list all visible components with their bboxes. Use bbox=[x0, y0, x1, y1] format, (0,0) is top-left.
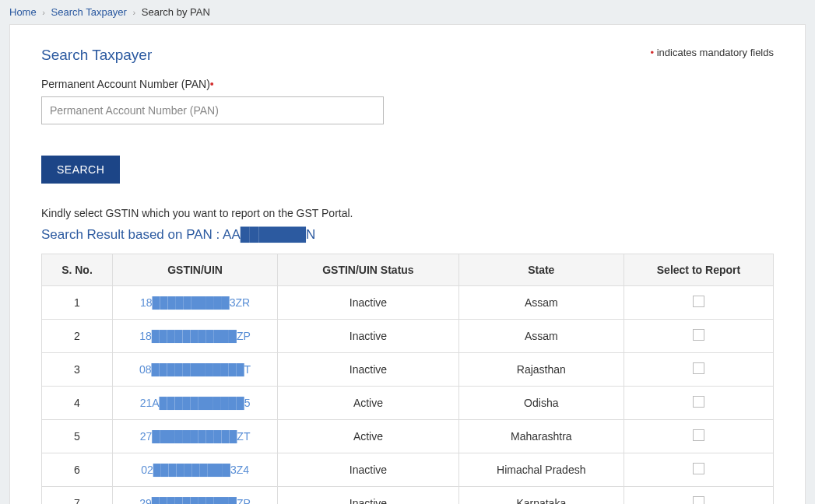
asterisk-icon: • bbox=[651, 47, 655, 58]
search-button[interactable]: SEARCH bbox=[41, 156, 120, 184]
cell-gstin: 02██████████3Z4 bbox=[112, 453, 277, 487]
chevron-right-icon: › bbox=[133, 8, 136, 17]
required-asterisk-icon: • bbox=[210, 78, 214, 90]
column-header-gstin: GSTIN/UIN bbox=[112, 254, 277, 286]
cell-sno: 5 bbox=[42, 420, 113, 453]
cell-gstin: 18██████████3ZR bbox=[112, 286, 277, 320]
table-row: 118██████████3ZRInactiveAssam bbox=[42, 286, 774, 320]
cell-sno: 3 bbox=[42, 353, 113, 387]
cell-gstin: 27███████████ZT bbox=[112, 420, 277, 453]
cell-select bbox=[624, 420, 773, 453]
cell-gstin: 21A███████████5 bbox=[112, 387, 277, 420]
cell-select bbox=[624, 320, 773, 353]
cell-state: Maharashtra bbox=[458, 420, 624, 453]
cell-select bbox=[624, 353, 773, 387]
select-checkbox[interactable] bbox=[693, 329, 704, 341]
cell-sno: 4 bbox=[42, 387, 113, 420]
table-row: 308████████████TInactiveRajasthan bbox=[42, 353, 774, 387]
cell-status: Active bbox=[278, 387, 458, 420]
cell-sno: 2 bbox=[42, 320, 113, 353]
select-checkbox[interactable] bbox=[693, 362, 704, 374]
table-row: 527███████████ZTActiveMaharashtra bbox=[42, 420, 774, 453]
page-title: Search Taxpayer bbox=[41, 47, 152, 64]
cell-select bbox=[624, 453, 773, 487]
cell-gstin: 08████████████T bbox=[112, 353, 277, 387]
cell-state: Rajasthan bbox=[458, 353, 624, 387]
result-heading-pan: AA███████N bbox=[223, 227, 315, 242]
breadcrumb: Home › Search Taxpayer › Search by PAN bbox=[0, 0, 815, 24]
cell-sno: 6 bbox=[42, 453, 113, 487]
cell-state: Assam bbox=[458, 320, 624, 353]
select-checkbox[interactable] bbox=[693, 396, 704, 408]
cell-status: Inactive bbox=[278, 453, 458, 487]
cell-status: Inactive bbox=[278, 487, 458, 505]
table-row: 729███████████ZPInactiveKarnataka bbox=[42, 487, 774, 505]
select-checkbox[interactable] bbox=[693, 496, 704, 504]
pan-input[interactable] bbox=[41, 96, 384, 124]
select-checkbox[interactable] bbox=[693, 429, 704, 441]
chevron-right-icon: › bbox=[42, 8, 45, 17]
cell-state: Karnataka bbox=[458, 487, 624, 505]
cell-gstin: 18███████████ZP bbox=[112, 320, 277, 353]
select-checkbox[interactable] bbox=[693, 463, 704, 474]
select-checkbox[interactable] bbox=[693, 296, 704, 307]
column-header-sno: S. No. bbox=[42, 254, 113, 286]
pan-label-text: Permanent Account Number (PAN) bbox=[41, 78, 210, 90]
cell-select bbox=[624, 286, 773, 320]
cell-gstin: 29███████████ZP bbox=[112, 487, 277, 505]
mandatory-fields-note: • indicates mandatory fields bbox=[651, 47, 775, 58]
breadcrumb-search-taxpayer[interactable]: Search Taxpayer bbox=[51, 6, 127, 18]
cell-state: Himachal Pradesh bbox=[458, 453, 624, 487]
cell-state: Odisha bbox=[458, 387, 624, 420]
helper-text: Kindly select GSTIN which you want to re… bbox=[41, 207, 774, 219]
cell-sno: 1 bbox=[42, 286, 113, 320]
cell-state: Assam bbox=[458, 286, 624, 320]
mandatory-fields-text: indicates mandatory fields bbox=[657, 47, 774, 58]
results-table: S. No. GSTIN/UIN GSTIN/UIN Status State … bbox=[41, 254, 774, 504]
cell-select bbox=[624, 487, 773, 505]
table-row: 218███████████ZPInactiveAssam bbox=[42, 320, 774, 353]
table-row: 602██████████3Z4InactiveHimachal Pradesh bbox=[42, 453, 774, 487]
cell-status: Inactive bbox=[278, 286, 458, 320]
cell-select bbox=[624, 387, 773, 420]
column-header-state: State bbox=[458, 254, 624, 286]
cell-sno: 7 bbox=[42, 487, 113, 505]
table-row: 421A███████████5ActiveOdisha bbox=[42, 387, 774, 420]
column-header-select: Select to Report bbox=[624, 254, 773, 286]
main-panel: Search Taxpayer • indicates mandatory fi… bbox=[9, 24, 806, 504]
column-header-status: GSTIN/UIN Status bbox=[278, 254, 458, 286]
pan-label: Permanent Account Number (PAN)• bbox=[41, 78, 774, 90]
breadcrumb-home[interactable]: Home bbox=[9, 6, 37, 18]
result-heading-prefix: Search Result based on PAN : bbox=[41, 227, 223, 242]
cell-status: Inactive bbox=[278, 353, 458, 387]
cell-status: Inactive bbox=[278, 320, 458, 353]
breadcrumb-current: Search by PAN bbox=[142, 6, 210, 18]
search-result-heading: Search Result based on PAN : AA███████N bbox=[41, 227, 774, 243]
cell-status: Active bbox=[278, 420, 458, 453]
